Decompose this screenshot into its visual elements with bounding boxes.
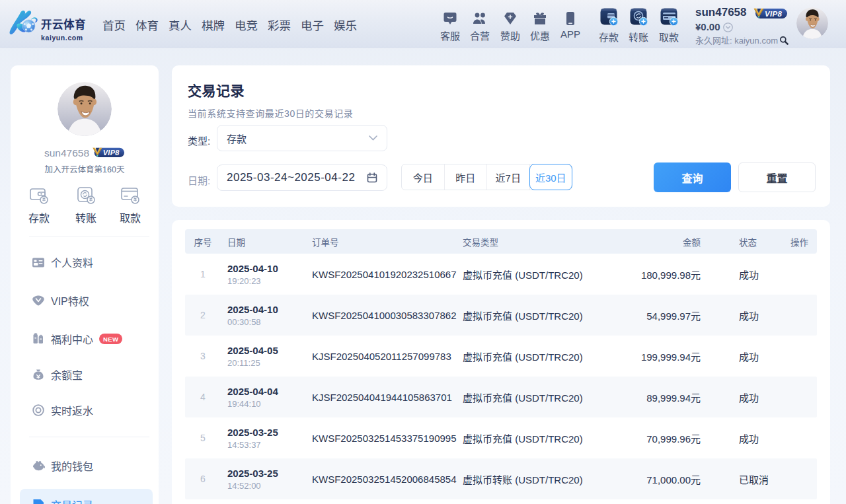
svg-text:VIP8: VIP8 (765, 10, 782, 18)
svg-text:VIP8: VIP8 (103, 149, 120, 157)
